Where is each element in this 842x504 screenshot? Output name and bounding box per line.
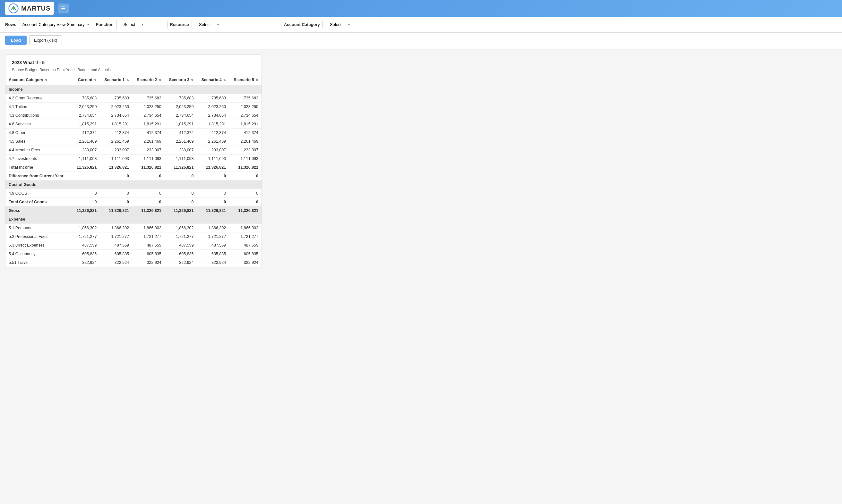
cell-scenario1: 11,326,821: [100, 206, 132, 215]
cell-scenario2: 233,007: [132, 146, 165, 155]
cell-current: 2,023,250: [72, 103, 100, 111]
cell-scenario1: 605,835: [100, 250, 132, 258]
cell-category: 5.51 Travel: [5, 258, 72, 267]
cell-scenario5: 0: [229, 189, 261, 198]
cell-scenario3: 11,326,821: [165, 206, 197, 215]
hamburger-button[interactable]: ☰: [58, 3, 69, 14]
resource-select[interactable]: -- Select -- ▼: [192, 20, 281, 29]
cell-scenario1: 11,326,821: [100, 163, 132, 172]
cell-scenario2: 322,924: [132, 258, 165, 267]
cell-scenario4: 1,721,277: [197, 232, 229, 241]
cell-scenario3: 0: [165, 172, 197, 180]
cell-current: 735,683: [72, 94, 100, 103]
cell-scenario3: 605,835: [165, 250, 197, 258]
function-select[interactable]: -- Select -- ▼: [116, 20, 168, 29]
sort-icon-s1: ⇅: [126, 78, 129, 82]
cell-scenario1: 0: [100, 172, 132, 180]
cell-scenario3: 2,023,250: [165, 103, 197, 111]
table-row: Total Income11,326,82111,326,82111,326,8…: [5, 163, 261, 172]
cell-current: 2,734,654: [72, 111, 100, 120]
logo-container: MARTUS: [5, 2, 54, 15]
cell-scenario4: 1,111,093: [197, 155, 229, 163]
app-header: MARTUS ☰: [0, 0, 842, 17]
cell-scenario4: 233,007: [197, 146, 229, 155]
cell-current: [72, 172, 100, 180]
account-category-chevron-icon: ▼: [347, 23, 350, 26]
table-row: 4.5 Sales2,261,4692,261,4692,261,4692,26…: [5, 137, 261, 146]
cell-scenario2: 2,734,654: [132, 111, 165, 120]
cell-scenario2: 1,866,302: [132, 224, 165, 232]
cell-scenario4: 1,866,302: [197, 224, 229, 232]
cell-scenario4: 412,374: [197, 129, 229, 137]
cell-scenario2: 2,261,469: [132, 137, 165, 146]
cell-scenario5: 735,683: [229, 94, 261, 103]
cell-scenario4: 0: [197, 189, 229, 198]
cell-category: Total Cost of Goods: [5, 198, 72, 206]
table-row: 4.4 Member Fees233,007233,007233,007233,…: [5, 146, 261, 155]
cell-scenario1: 1,815,291: [100, 120, 132, 129]
cell-scenario3: 1,111,093: [165, 155, 197, 163]
table-row: 4.8 Other412,374412,374412,374412,374412…: [5, 129, 261, 137]
cell-category: 5.3 Direct Expenses: [5, 241, 72, 250]
table-body: Income4.2 Grant Revenue735,683735,683735…: [5, 85, 261, 267]
cell-scenario1: 487,559: [100, 241, 132, 250]
cell-scenario2: 487,559: [132, 241, 165, 250]
col-header-current: Current ⇅: [72, 75, 100, 85]
table-row: 5.3 Direct Expenses487,559487,559487,559…: [5, 241, 261, 250]
martus-logo-icon: [8, 3, 19, 14]
function-value: -- Select --: [120, 22, 139, 27]
cell-scenario3: 0: [165, 198, 197, 206]
table-row: 4.3 Contributions2,734,6542,734,6542,734…: [5, 111, 261, 120]
cell-scenario1: 412,374: [100, 129, 132, 137]
section-header-cell: Income: [5, 85, 261, 94]
cell-scenario2: 0: [132, 198, 165, 206]
cell-current: 1,721,277: [72, 232, 100, 241]
cell-scenario4: 2,734,654: [197, 111, 229, 120]
cell-current: 11,326,821: [72, 206, 100, 215]
account-category-select[interactable]: -- Select -- ▼: [323, 20, 380, 29]
cell-scenario3: 0: [165, 189, 197, 198]
cell-scenario1: 2,023,250: [100, 103, 132, 111]
sort-icon-current: ⇅: [94, 78, 97, 82]
cell-current: 0: [72, 189, 100, 198]
table-row: Total Cost of Goods000000: [5, 198, 261, 206]
main-content: 2023 What If - 5 Source Budget: Based on…: [0, 49, 842, 272]
report-title: 2023 What If - 5: [12, 60, 255, 65]
sort-icon-category: ⇅: [45, 78, 48, 82]
cell-scenario3: 412,374: [165, 129, 197, 137]
cell-scenario5: 605,835: [229, 250, 261, 258]
table-row: 4.2 Grant Revenue735,683735,683735,68373…: [5, 94, 261, 103]
table-row: Cost of Goods: [5, 180, 261, 189]
rows-chevron-icon: ▼: [87, 23, 90, 26]
cell-scenario4: 11,326,821: [197, 206, 229, 215]
sort-icon-s2: ⇅: [159, 78, 161, 82]
col-header-category: Account Category ⇅: [5, 75, 72, 85]
cell-current: 1,111,093: [72, 155, 100, 163]
rows-select[interactable]: Account Category View Summary ▼: [19, 20, 93, 29]
cell-scenario4: 2,261,469: [197, 137, 229, 146]
account-category-label: Account Category: [284, 22, 320, 27]
sort-icon-s4: ⇅: [223, 78, 226, 82]
cell-category: 4.9 COGS: [5, 189, 72, 198]
cell-scenario2: 1,111,093: [132, 155, 165, 163]
cell-scenario5: 2,261,469: [229, 137, 261, 146]
section-header-cell: Cost of Goods: [5, 180, 261, 189]
cell-scenario5: 233,007: [229, 146, 261, 155]
cell-scenario4: 322,924: [197, 258, 229, 267]
cell-scenario2: 1,815,291: [132, 120, 165, 129]
app-name: MARTUS: [21, 5, 51, 12]
load-button[interactable]: Load: [5, 36, 27, 45]
cell-scenario5: 2,023,250: [229, 103, 261, 111]
cell-category: 4.5 Sales: [5, 137, 72, 146]
cell-scenario3: 2,734,654: [165, 111, 197, 120]
cell-scenario4: 0: [197, 172, 229, 180]
cell-category: Total Income: [5, 163, 72, 172]
cell-current: 0: [72, 198, 100, 206]
export-button[interactable]: Export (xlsx): [29, 35, 62, 45]
cell-category: 4.3 Contributions: [5, 111, 72, 120]
sort-icon-s3: ⇅: [191, 78, 193, 82]
resource-label: Resource: [170, 22, 189, 27]
cell-scenario5: 0: [229, 172, 261, 180]
table-row: 4.7 Investments1,111,0931,111,0931,111,0…: [5, 155, 261, 163]
cell-current: 322,924: [72, 258, 100, 267]
